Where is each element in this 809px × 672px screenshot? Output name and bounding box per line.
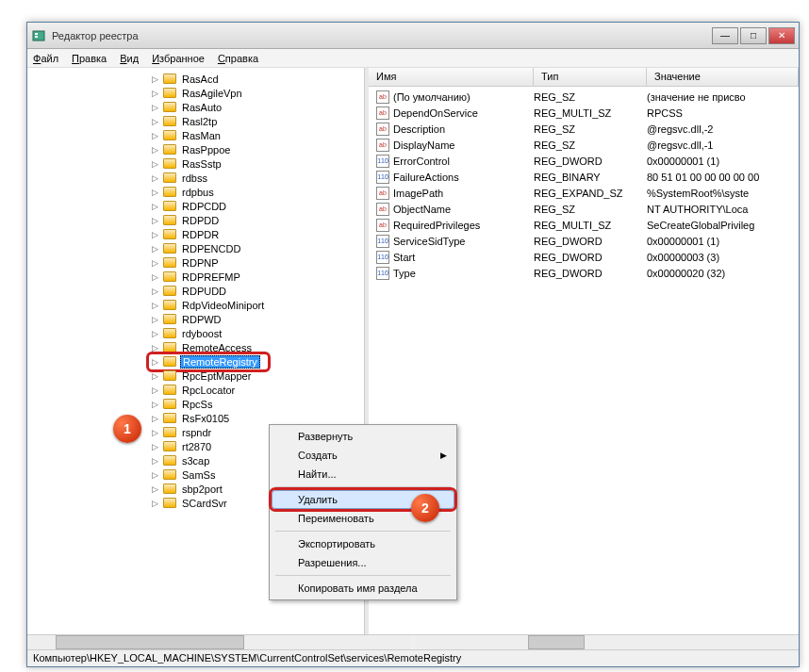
menu-help[interactable]: Справка bbox=[218, 53, 258, 64]
value-name: DependOnService bbox=[393, 107, 534, 119]
expand-icon[interactable]: ▷ bbox=[150, 442, 159, 451]
value-row[interactable]: ab(По умолчанию)REG_SZ(значение не присв… bbox=[369, 89, 799, 105]
maximize-button[interactable]: □ bbox=[740, 27, 767, 44]
value-row[interactable]: 110StartREG_DWORD0x00000003 (3) bbox=[369, 249, 799, 265]
tree-item-rpcss[interactable]: ▷RpcSs bbox=[150, 397, 364, 411]
menu-favorites[interactable]: Избранное bbox=[152, 53, 205, 64]
expand-icon[interactable]: ▷ bbox=[150, 74, 159, 84]
col-value[interactable]: Значение bbox=[647, 68, 799, 86]
ctx-copy-key-name[interactable]: Копировать имя раздела bbox=[272, 579, 454, 598]
expand-icon[interactable]: ▷ bbox=[150, 272, 159, 282]
folder-icon bbox=[163, 130, 176, 140]
expand-icon[interactable]: ▷ bbox=[150, 103, 159, 112]
expand-icon[interactable]: ▷ bbox=[150, 400, 159, 409]
folder-icon bbox=[163, 243, 176, 254]
tree-item-rasauto[interactable]: ▷RasAuto bbox=[150, 100, 364, 114]
ctx-new[interactable]: Создать▶ bbox=[272, 446, 454, 465]
expand-icon[interactable]: ▷ bbox=[150, 216, 159, 225]
expand-icon[interactable]: ▷ bbox=[150, 202, 159, 211]
expand-icon[interactable]: ▷ bbox=[150, 484, 159, 494]
tree-item-rdpbus[interactable]: ▷rdpbus bbox=[150, 185, 364, 199]
tree-label: RpcLocator bbox=[180, 385, 237, 396]
value-row[interactable]: abObjectNameREG_SZNT AUTHORITY\Loca bbox=[369, 201, 799, 217]
tree-item-raspppoe[interactable]: ▷RasPppoe bbox=[150, 142, 364, 156]
tree-item-rdpnp[interactable]: ▷RDPNP bbox=[150, 255, 364, 270]
expand-icon[interactable]: ▷ bbox=[150, 329, 159, 338]
ctx-export[interactable]: Экспортировать bbox=[272, 534, 454, 553]
expand-icon[interactable]: ▷ bbox=[150, 230, 159, 239]
expand-icon[interactable]: ▷ bbox=[150, 131, 159, 140]
value-row[interactable]: 110ErrorControlREG_DWORD0x00000001 (1) bbox=[369, 153, 799, 169]
value-name: ObjectName bbox=[393, 204, 534, 215]
expand-icon[interactable]: ▷ bbox=[150, 414, 159, 423]
value-row[interactable]: abDependOnServiceREG_MULTI_SZRPCSS bbox=[369, 105, 799, 121]
value-row[interactable]: abImagePathREG_EXPAND_SZ%SystemRoot%\sys… bbox=[369, 185, 799, 201]
menu-file[interactable]: Файл bbox=[33, 53, 58, 64]
value-type: REG_DWORD bbox=[534, 252, 647, 263]
tree-item-rdpencdd[interactable]: ▷RDPENCDD bbox=[150, 241, 364, 255]
value-row[interactable]: abRequiredPrivilegesREG_MULTI_SZSeCreate… bbox=[369, 217, 799, 233]
tree-item-remoteregistry[interactable]: ▷RemoteRegistry bbox=[150, 354, 364, 369]
tree-item-rasagilevpn[interactable]: ▷RasAgileVpn bbox=[150, 86, 364, 100]
expand-icon[interactable]: ▷ bbox=[150, 470, 159, 480]
expand-icon[interactable]: ▷ bbox=[150, 499, 159, 508]
string-icon: ab bbox=[376, 219, 389, 232]
expand-icon[interactable]: ▷ bbox=[150, 428, 159, 437]
tree-item-rdpwd[interactable]: ▷RDPWD bbox=[150, 312, 364, 326]
expand-icon[interactable]: ▷ bbox=[150, 301, 159, 310]
ctx-permissions[interactable]: Разрешения... bbox=[272, 553, 454, 572]
tree-item-rdpcdd[interactable]: ▷RDPCDD bbox=[150, 199, 364, 213]
value-row[interactable]: 110FailureActionsREG_BINARY80 51 01 00 0… bbox=[369, 169, 799, 185]
ctx-find[interactable]: Найти... bbox=[272, 465, 454, 484]
tree-item-rdpdd[interactable]: ▷RDPDD bbox=[150, 213, 364, 227]
expand-icon[interactable]: ▷ bbox=[150, 117, 159, 126]
ctx-expand[interactable]: Развернуть bbox=[272, 427, 454, 446]
menu-view[interactable]: Вид bbox=[120, 53, 139, 64]
tree-item-rdpdr[interactable]: ▷RDPDR bbox=[150, 227, 364, 241]
expand-icon[interactable]: ▷ bbox=[150, 173, 159, 183]
tree-item-rdbss[interactable]: ▷rdbss bbox=[150, 171, 364, 185]
tree-item-rasl2tp[interactable]: ▷Rasl2tp bbox=[150, 114, 364, 128]
tree-item-rdpvideominiport[interactable]: ▷RdpVideoMiniport bbox=[150, 298, 364, 312]
tree-item-rdyboost[interactable]: ▷rdyboost bbox=[150, 326, 364, 340]
tree-label: RDPDD bbox=[180, 215, 221, 226]
tree-item-rassstp[interactable]: ▷RasSstp bbox=[150, 156, 364, 171]
value-type: REG_SZ bbox=[534, 204, 647, 215]
binary-icon: 110 bbox=[376, 171, 389, 184]
tree-item-rasman[interactable]: ▷RasMan bbox=[150, 128, 364, 142]
horizontal-scrollbar[interactable] bbox=[27, 634, 799, 649]
titlebar[interactable]: Редактор реестра — □ ✕ bbox=[27, 23, 799, 49]
svg-rect-1 bbox=[35, 33, 38, 35]
tree-item-rasacd[interactable]: ▷RasAcd bbox=[150, 72, 364, 86]
tree-label: Rasl2tp bbox=[180, 116, 219, 127]
tree-item-rsfx0105[interactable]: ▷RsFx0105 bbox=[150, 411, 364, 425]
expand-icon[interactable]: ▷ bbox=[150, 145, 159, 155]
expand-icon[interactable]: ▷ bbox=[150, 244, 159, 254]
close-button[interactable]: ✕ bbox=[768, 27, 795, 44]
col-name[interactable]: Имя bbox=[369, 68, 534, 86]
value-data: 0x00000001 (1) bbox=[647, 236, 799, 247]
tree-item-rpclocator[interactable]: ▷RpcLocator bbox=[150, 383, 364, 397]
value-row[interactable]: abDescriptionREG_SZ@regsvc.dll,-2 bbox=[369, 121, 799, 137]
minimize-button[interactable]: — bbox=[712, 27, 738, 44]
list-header[interactable]: Имя Тип Значение bbox=[369, 68, 799, 87]
tree-item-rdprefmp[interactable]: ▷RDPREFMP bbox=[150, 270, 364, 284]
value-row[interactable]: 110ServiceSidTypeREG_DWORD0x00000001 (1) bbox=[369, 233, 799, 249]
expand-icon[interactable]: ▷ bbox=[150, 456, 159, 466]
value-row[interactable]: 110TypeREG_DWORD0x00000020 (32) bbox=[369, 265, 799, 281]
expand-icon[interactable]: ▷ bbox=[150, 159, 159, 169]
expand-icon[interactable]: ▷ bbox=[150, 315, 159, 324]
window-buttons: — □ ✕ bbox=[712, 27, 795, 44]
expand-icon[interactable]: ▷ bbox=[150, 188, 159, 197]
tree-item-rdpudd[interactable]: ▷RDPUDD bbox=[150, 284, 364, 298]
value-row[interactable]: abDisplayNameREG_SZ@regsvc.dll,-1 bbox=[369, 137, 799, 153]
expand-icon[interactable]: ▷ bbox=[150, 287, 159, 296]
menu-edit[interactable]: Правка bbox=[72, 53, 107, 64]
col-type[interactable]: Тип bbox=[534, 68, 647, 86]
value-data: 80 51 01 00 00 00 00 00 bbox=[647, 172, 799, 183]
expand-icon[interactable]: ▷ bbox=[150, 371, 159, 381]
expand-icon[interactable]: ▷ bbox=[150, 89, 159, 98]
expand-icon[interactable]: ▷ bbox=[150, 385, 159, 395]
folder-icon bbox=[163, 328, 176, 338]
expand-icon[interactable]: ▷ bbox=[150, 258, 159, 268]
